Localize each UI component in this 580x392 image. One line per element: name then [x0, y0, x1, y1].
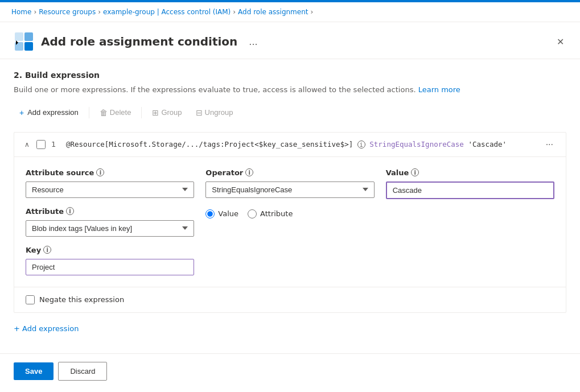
discard-button[interactable]: Discard	[58, 362, 107, 381]
svg-rect-1	[24, 32, 33, 41]
expression-number: 1	[51, 140, 60, 148]
add-icon: +	[19, 108, 24, 117]
page-header: Add role assignment condition ... ✕	[0, 22, 580, 59]
negate-section: Negate this expression	[14, 287, 566, 312]
svg-rect-3	[24, 42, 33, 51]
group-icon: ⊞	[152, 108, 159, 117]
radio-attribute-option[interactable]: Attribute	[248, 209, 293, 218]
section-description: Build one or more expressions. If the ex…	[14, 84, 566, 96]
breadcrumb-home[interactable]: Home	[11, 8, 31, 16]
delete-icon: 🗑	[100, 108, 108, 117]
content-area: 2. Build expression Build one or more ex…	[0, 59, 580, 353]
key-group: Key i	[26, 246, 194, 275]
formula-plain: @Resource[Microsoft.Storage/.../tags:Pro…	[66, 140, 353, 148]
attribute-source-info-icon[interactable]: i	[96, 168, 104, 176]
formula-value: 'Cascade'	[468, 140, 507, 148]
operator-label: Operator i	[205, 168, 374, 177]
attribute-group: Attribute i Blob index tags [Values in k…	[26, 207, 194, 237]
expression-header: ∧ 1 @Resource[Microsoft.Storage/.../tags…	[14, 133, 566, 157]
save-button[interactable]: Save	[14, 362, 54, 380]
page-icon	[14, 31, 34, 52]
expression-more-button[interactable]: ···	[542, 138, 557, 151]
section-name: Build expression	[25, 71, 100, 80]
expression-grid: Attribute source i Resource Attribute	[26, 168, 554, 275]
key-info-icon[interactable]: i	[43, 246, 51, 254]
radio-value-label: Value	[218, 209, 238, 218]
breadcrumb: Home › Resource groups › example-group |…	[0, 2, 580, 22]
key-input[interactable]	[26, 259, 194, 275]
toolbar-separator-2	[141, 107, 142, 118]
add-expression-toolbar-button[interactable]: + Add expression	[14, 105, 84, 121]
delete-button[interactable]: 🗑 Delete	[94, 105, 137, 121]
key-label: Key i	[26, 246, 194, 254]
footer: Save Discard	[0, 353, 580, 389]
expression-block: ∧ 1 @Resource[Microsoft.Storage/.../tags…	[14, 132, 566, 313]
attribute-select[interactable]: Blob index tags [Values in key]	[26, 220, 194, 237]
value-info-icon[interactable]: i	[411, 168, 419, 176]
attribute-source-label: Attribute source i	[26, 168, 194, 177]
toolbar: + Add expression 🗑 Delete ⊞ Group ⊟ Ungr…	[14, 105, 566, 121]
group-button[interactable]: ⊞ Group	[146, 105, 187, 121]
expression-checkbox[interactable]	[36, 140, 46, 149]
operator-select[interactable]: StringEqualsIgnoreCase	[205, 181, 374, 198]
delete-label: Delete	[110, 108, 131, 117]
attribute-source-group: Attribute source i Resource	[26, 168, 194, 198]
attribute-info-icon[interactable]: i	[66, 207, 74, 215]
info-icon-formula[interactable]: i	[357, 141, 365, 148]
radio-attribute-input[interactable]	[248, 209, 257, 218]
section-title: 2. Build expression	[14, 71, 566, 80]
attribute-source-select[interactable]: Resource	[26, 181, 194, 198]
value-field-label: Value i	[386, 168, 554, 177]
radio-attribute-label: Attribute	[260, 209, 293, 218]
expression-formula: @Resource[Microsoft.Storage/.../tags:Pro…	[66, 140, 537, 149]
main-container: Add role assignment condition ... ✕ 2. B…	[0, 22, 580, 389]
formula-operator: StringEqualsIgnoreCase	[369, 140, 468, 148]
breadcrumb-example-group[interactable]: example-group | Access control (IAM)	[103, 8, 231, 16]
add-expression-label: Add expression	[27, 108, 79, 117]
page-title: Add role assignment condition	[41, 35, 237, 48]
learn-more-link[interactable]: Learn more	[418, 85, 460, 94]
header-dots-button[interactable]: ...	[249, 36, 257, 47]
operator-info-icon[interactable]: i	[245, 168, 253, 176]
attribute-label: Attribute i	[26, 207, 194, 216]
toolbar-separator-1	[89, 107, 89, 118]
collapse-button[interactable]: ∧	[23, 139, 31, 150]
azure-shield-icon	[14, 31, 34, 52]
negate-label: Negate this expression	[39, 295, 124, 304]
expression-body: Attribute source i Resource Attribute	[14, 157, 566, 287]
ungroup-button[interactable]: ⊟ Ungroup	[190, 105, 239, 121]
section-number: 2.	[14, 71, 22, 80]
column-3: Value i	[386, 168, 554, 199]
group-label: Group	[161, 108, 182, 117]
value-attribute-radio-group: Value Attribute	[205, 209, 374, 218]
column-1: Attribute source i Resource Attribute	[26, 168, 194, 275]
breadcrumb-add-role[interactable]: Add role assignment	[238, 8, 308, 16]
svg-rect-0	[15, 32, 23, 41]
close-button[interactable]: ✕	[554, 34, 566, 49]
add-expression-link[interactable]: + Add expression	[14, 322, 566, 335]
breadcrumb-resource-groups[interactable]: Resource groups	[39, 8, 96, 16]
negate-checkbox[interactable]	[26, 295, 35, 304]
column-2: Operator i StringEqualsIgnoreCase V	[205, 168, 374, 218]
radio-value-input[interactable]	[205, 209, 215, 218]
value-input[interactable]	[386, 181, 554, 199]
operator-group: Operator i StringEqualsIgnoreCase	[205, 168, 374, 198]
ungroup-label: Ungroup	[205, 108, 233, 117]
radio-value-option[interactable]: Value	[205, 209, 238, 218]
ungroup-icon: ⊟	[196, 108, 203, 117]
value-group: Value i	[386, 168, 554, 199]
